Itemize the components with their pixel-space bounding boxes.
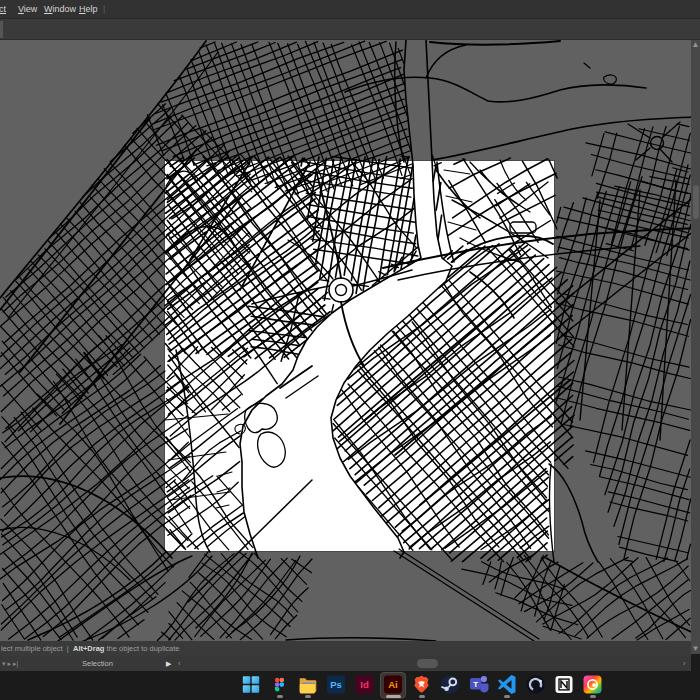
svg-text:T: T bbox=[473, 680, 478, 689]
svg-text:Id: Id bbox=[360, 679, 369, 690]
svg-text:Ps: Ps bbox=[330, 679, 342, 690]
svg-text:Ai: Ai bbox=[388, 679, 398, 690]
